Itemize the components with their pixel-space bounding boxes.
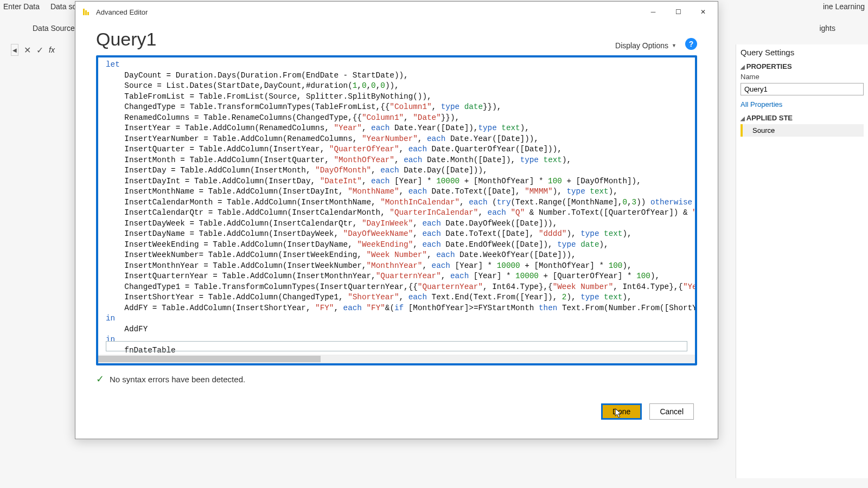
ribbon-item[interactable]: Enter Data <box>3 2 40 11</box>
fx-label: fx <box>49 46 55 54</box>
section-properties: PROPERTIES <box>741 62 864 70</box>
window-title: Advanced Editor <box>96 8 641 16</box>
section-steps: APPLIED STE <box>741 114 864 122</box>
horizontal-scrollbar[interactable] <box>98 355 695 363</box>
minimize-button[interactable]: ─ <box>641 3 666 21</box>
query-name-input[interactable] <box>741 83 864 95</box>
collapse-chevron-icon[interactable]: ◀ <box>11 44 18 56</box>
help-icon[interactable]: ? <box>685 38 697 50</box>
name-label: Name <box>741 73 864 81</box>
close-button[interactable]: ✕ <box>691 3 716 21</box>
tab-label: Data Source <box>33 24 75 33</box>
panel-title: Query Settings <box>741 48 864 57</box>
cancel-button[interactable]: Cancel <box>649 403 694 420</box>
syntax-status: ✓ No syntax errors have been detected. <box>96 373 697 385</box>
ribbon-item[interactable]: ine Learning <box>823 2 865 11</box>
code-content[interactable]: let DayCount = Duration.Days(Duration.Fr… <box>98 57 695 355</box>
query-settings-panel: Query Settings PROPERTIES Name All Prope… <box>736 44 868 478</box>
titlebar: Advanced Editor ─ ☐ ✕ <box>75 2 718 22</box>
query-title: Query1 <box>96 29 615 50</box>
maximize-button[interactable]: ☐ <box>666 3 691 21</box>
advanced-editor-dialog: Advanced Editor ─ ☐ ✕ Query1 Display Opt… <box>75 1 718 439</box>
app-icon <box>82 8 91 16</box>
done-button[interactable]: Done <box>601 403 642 420</box>
svg-rect-0 <box>83 9 85 15</box>
svg-rect-1 <box>85 10 87 15</box>
commit-icon[interactable]: ✓ <box>36 45 43 55</box>
check-icon: ✓ <box>96 373 104 385</box>
cancel-icon[interactable]: ✕ <box>24 45 31 55</box>
all-properties-link[interactable]: All Properties <box>741 100 782 108</box>
applied-step-source[interactable]: Source <box>741 124 864 137</box>
tab-label: ights <box>819 24 835 33</box>
display-options-dropdown[interactable]: Display Options▼ <box>615 41 676 50</box>
chevron-down-icon: ▼ <box>672 43 676 48</box>
code-editor[interactable]: let DayCount = Duration.Days(Duration.Fr… <box>96 55 697 365</box>
svg-rect-2 <box>87 12 89 15</box>
